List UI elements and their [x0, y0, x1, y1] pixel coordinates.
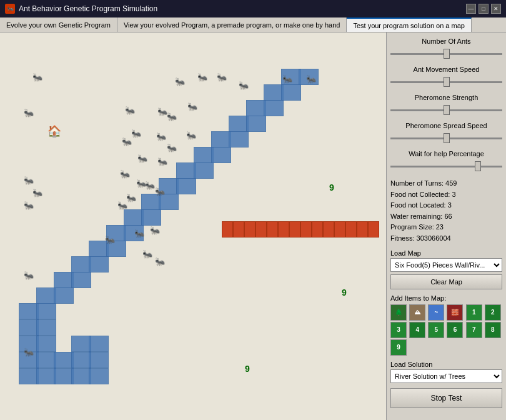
wall-tile [300, 221, 312, 238]
wait-for-help-label: Wait for help Percentage [390, 150, 502, 158]
stats-section: Number of Turns: 459 Food not Collected:… [390, 178, 502, 244]
movement-slider-container [390, 77, 502, 89]
pheromone-spread-slider-container [390, 133, 502, 145]
titlebar-title: Ant Behavior Genetic Program Simulation [19, 4, 462, 13]
movement-slider[interactable] [390, 77, 502, 87]
map-select[interactable]: Six Food(5) Pieces Wall/Riv... [390, 258, 502, 272]
ant: 🐜 [24, 348, 34, 356]
maximize-button[interactable]: □ [479, 4, 489, 14]
ant-movement-speed-label: Ant Movement Speed [390, 66, 502, 73]
tab-test[interactable]: Test your program solution on a map [347, 18, 472, 32]
add-item-button-5[interactable]: 2 [485, 304, 501, 321]
add-item-button-1[interactable]: ⛰ [409, 304, 425, 321]
ant: 🐜 [197, 73, 207, 81]
right-panel: Number Of Ants Ant Movement Speed Pherom… [386, 32, 506, 420]
wall-tile [255, 221, 267, 238]
water-tile [229, 131, 249, 148]
ant-home: 🏠 [47, 124, 61, 138]
pheromone-strength-slider-container [390, 105, 502, 117]
pheromone-spread-slider[interactable] [390, 133, 502, 143]
items-grid: 🌲⛰~🧱123456789 [390, 304, 502, 356]
ant: 🐜 [134, 229, 144, 238]
water-tile [89, 368, 109, 384]
wall-tile [222, 221, 233, 238]
water-tile [89, 336, 109, 352]
wall-tile [278, 221, 289, 238]
turns-stat: Number of Turns: 459 [390, 178, 502, 189]
add-item-button-6[interactable]: 3 [390, 322, 407, 338]
add-item-button-2[interactable]: ~ [428, 304, 444, 321]
ant: 🐜 [217, 73, 227, 81]
water-tile [36, 303, 56, 319]
wait-help-slider-container [390, 161, 502, 173]
wall-tile [233, 221, 244, 238]
wall-tile [368, 221, 379, 238]
add-item-button-11[interactable]: 8 [485, 322, 501, 338]
ant: 🐜 [239, 81, 249, 89]
ant: 🐜 [122, 138, 132, 146]
fitness-stat: Fitness: 303066004 [390, 233, 502, 244]
water-tile [71, 272, 91, 288]
ants-slider[interactable] [390, 49, 502, 59]
add-item-button-10[interactable]: 7 [466, 322, 482, 338]
add-item-button-3[interactable]: 🧱 [447, 304, 463, 321]
food-item: 9 [245, 364, 250, 374]
ant: 🐜 [24, 201, 34, 209]
ant: 🐜 [105, 236, 115, 244]
water-tile [246, 116, 266, 132]
food-not-located-stat: Food not Located: 3 [390, 200, 502, 211]
add-item-button-8[interactable]: 5 [428, 322, 444, 338]
ant: 🐜 [156, 132, 166, 141]
tab-bar: Evolve your own Genetic Program View you… [0, 18, 506, 32]
map-canvas[interactable]: 🐜🐜🐜🐜🐜🐜🐜🐜🐜🐜🐜🐜🐜🐜🐜🐜🐜🐜🐜🐜🐜🐜🐜🐜🐜🐜🐜🐜🐜🐜🐜🐜🐜🐜🐜🏠999 [0, 32, 386, 420]
clear-map-button[interactable]: Clear Map [390, 274, 502, 289]
add-item-button-7[interactable]: 4 [409, 322, 425, 338]
titlebar: 🐜 Ant Behavior Genetic Program Simulatio… [0, 0, 506, 18]
minimize-button[interactable]: — [466, 4, 476, 14]
ant: 🐜 [131, 129, 141, 138]
water-tile [141, 209, 161, 226]
ant: 🐜 [157, 108, 167, 116]
wall-tile [289, 221, 300, 238]
ant: 🐜 [145, 181, 155, 189]
ant: 🐜 [24, 109, 34, 117]
ant: 🐜 [125, 106, 135, 114]
main-area: 🐜🐜🐜🐜🐜🐜🐜🐜🐜🐜🐜🐜🐜🐜🐜🐜🐜🐜🐜🐜🐜🐜🐜🐜🐜🐜🐜🐜🐜🐜🐜🐜🐜🐜🐜🏠999 … [0, 32, 506, 420]
water-tile [281, 84, 301, 101]
food-item: 9 [329, 182, 334, 192]
wall-tile [244, 221, 255, 238]
water-tile [36, 336, 56, 352]
add-item-button-4[interactable]: 1 [466, 304, 482, 321]
wall-tile [357, 221, 368, 238]
water-tile [176, 178, 196, 194]
water-tile [71, 352, 91, 368]
ant: 🐜 [167, 112, 177, 121]
add-item-button-12[interactable]: 9 [390, 339, 407, 356]
load-map-label: Load Map [390, 249, 502, 257]
add-item-button-9[interactable]: 6 [447, 322, 463, 338]
ant: 🐜 [136, 179, 146, 188]
window-controls: — □ ✕ [466, 4, 501, 14]
tab-view[interactable]: View your evolved Program, a premade pro… [117, 18, 347, 32]
water-remaining-stat: Water remaining: 66 [390, 211, 502, 222]
ant: 🐜 [32, 73, 42, 81]
wall-tile [334, 221, 345, 238]
add-item-button-0[interactable]: 🌲 [390, 304, 407, 321]
water-tile [194, 162, 214, 179]
ant: 🐜 [137, 154, 147, 162]
ant: 🐜 [32, 189, 42, 197]
tab-evolve[interactable]: Evolve your own Genetic Program [0, 18, 117, 32]
water-tile [36, 319, 56, 336]
ant: 🐜 [120, 170, 130, 178]
ant: 🐜 [142, 250, 152, 258]
pheromone-strength-label: Pheromone Strength [390, 94, 502, 101]
pheromone-strength-slider[interactable] [390, 105, 502, 115]
water-tile [54, 288, 74, 304]
wall-tile [323, 221, 334, 238]
stop-test-button[interactable]: Stop Test [390, 388, 502, 408]
close-button[interactable]: ✕ [491, 4, 501, 14]
wait-help-slider[interactable] [390, 161, 502, 171]
solution-select[interactable]: River Solution w/ Trees [390, 369, 502, 383]
ant: 🐜 [175, 78, 185, 86]
water-tile [211, 147, 231, 163]
